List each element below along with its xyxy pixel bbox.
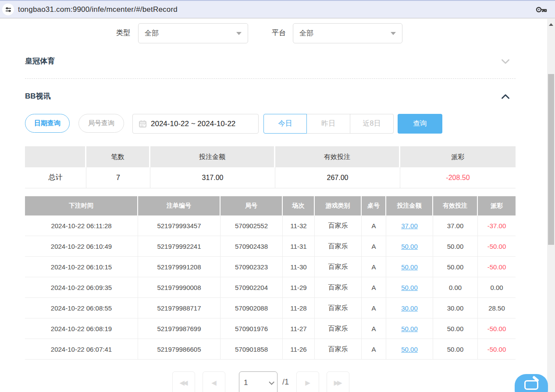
summary-table: 笔数 投注金额 有效投注 派彩 总计 7 317.00 267.00 -208.…: [25, 146, 516, 188]
site-settings-icon[interactable]: [2, 4, 14, 15]
summary-header-row: 笔数 投注金额 有效投注 派彩: [25, 146, 516, 167]
bet-amount-link[interactable]: 50.00: [401, 243, 418, 250]
page-select-value: 1: [244, 378, 248, 387]
bet-amount-link[interactable]: 50.00: [401, 346, 418, 353]
section-title-bb-video[interactable]: BB视讯: [25, 91, 51, 101]
bet-amount-link[interactable]: 50.00: [401, 284, 418, 291]
col-header-valid-bet: 有效投注: [433, 196, 478, 215]
table-row: 2024-10-22 06:08:55 521979988717 5709020…: [25, 298, 516, 318]
chevron-up-icon[interactable]: [500, 91, 511, 102]
first-page-button[interactable]: ◀◀: [172, 371, 195, 392]
chat-edit-icon: [524, 380, 538, 390]
pagination: ◀◀ ◀ 1 /1 ▶ ▶▶: [0, 371, 522, 392]
cell-game-type: 百家乐: [315, 236, 362, 257]
cell-bet-time: 2024-10-22 06:08:55: [25, 298, 138, 318]
cell-bet-time: 2024-10-22 06:10:15: [25, 257, 138, 277]
col-header-round-id: 局号: [221, 196, 283, 215]
cell-bet-id: 521979987699: [138, 318, 221, 339]
tune-icon: [5, 6, 12, 13]
cell-table-no: A: [362, 215, 386, 236]
section-divider: [25, 78, 516, 79]
table-row: 2024-10-22 06:10:49 521979992241 5709024…: [25, 236, 516, 257]
cell-round-id: 570901976: [221, 318, 283, 339]
next-page-button[interactable]: ▶: [296, 371, 319, 392]
cell-game-type: 百家乐: [315, 277, 362, 298]
platform-filter-value: 全部: [299, 29, 313, 38]
cell-bet-time: 2024-10-22 06:11:28: [25, 215, 138, 236]
cell-valid-bet: 37.00: [433, 215, 478, 236]
chevron-down-icon[interactable]: [500, 56, 511, 67]
cell-bet-time: 2024-10-22 06:08:19: [25, 318, 138, 339]
platform-filter-select[interactable]: 全部: [293, 23, 402, 43]
search-button[interactable]: 查询: [398, 114, 442, 134]
table-row: 2024-10-22 06:08:19 521979987699 5709019…: [25, 318, 516, 339]
date-query-tab[interactable]: 日期查询: [25, 114, 70, 133]
cell-round-id: 570902088: [221, 298, 283, 318]
cell-session: 11-28: [283, 298, 315, 318]
table-header-row: 下注时间 注单编号 局号 场次 游戏类别 桌号 投注金额 有效投注 派彩: [25, 196, 516, 215]
col-header-session: 场次: [283, 196, 315, 215]
cell-bet-time: 2024-10-22 06:07:41: [25, 339, 138, 360]
cell-bet-id: 521979986605: [138, 339, 221, 360]
yesterday-button[interactable]: 昨日: [307, 114, 350, 134]
page-scrollbar[interactable]: [547, 19, 555, 392]
url-text[interactable]: tongbao31.com:9900/infe/mcenter/#/betRec…: [18, 5, 178, 14]
cell-session: 11-29: [283, 277, 315, 298]
prev-page-button[interactable]: ◀: [203, 371, 225, 392]
col-header-bet-time: 下注时间: [25, 196, 138, 215]
section-title-crown-sports[interactable]: 皇冠体育: [25, 56, 55, 66]
col-header-bet-id: 注单编号: [138, 196, 221, 215]
col-header-payout: 派彩: [478, 196, 516, 215]
col-header-table-no: 桌号: [362, 196, 386, 215]
table-row: 2024-10-22 06:11:28 521979993457 5709025…: [25, 215, 516, 236]
cell-session: 11-31: [283, 236, 315, 257]
cell-round-id: 570902204: [221, 277, 283, 298]
col-header-bet-amount: 投注金额: [386, 196, 433, 215]
bet-amount-link[interactable]: 50.00: [401, 325, 418, 332]
cell-bet-id: 521979992241: [138, 236, 221, 257]
cell-game-type: 百家乐: [315, 215, 362, 236]
cell-bet-time: 2024-10-22 06:09:35: [25, 277, 138, 298]
bet-record-page: 类型 全部 平台 全部 皇冠体育 BB视讯 日期查询 局号查询 2024-10-…: [0, 19, 547, 392]
calendar-icon: [139, 120, 146, 127]
cell-round-id: 570902323: [221, 257, 283, 277]
cell-valid-bet: 30.00: [433, 298, 478, 318]
page-select[interactable]: 1: [239, 371, 278, 392]
type-filter-select[interactable]: 全部: [138, 23, 248, 43]
password-key-icon[interactable]: [536, 6, 547, 13]
summary-header-valid-bet: 有效投注: [275, 146, 400, 167]
bet-amount-link[interactable]: 50.00: [401, 263, 418, 271]
cell-valid-bet: 50.00: [433, 339, 478, 360]
summary-header-blank: [25, 146, 86, 167]
cell-table-no: A: [362, 298, 386, 318]
cell-valid-bet: 50.00: [433, 318, 478, 339]
bet-amount-link[interactable]: 37.00: [401, 222, 418, 230]
cell-bet-id: 521979991208: [138, 257, 221, 277]
scrollbar-thumb[interactable]: [548, 74, 554, 245]
cell-game-type: 百家乐: [315, 339, 362, 360]
cell-round-id: 570902438: [221, 236, 283, 257]
cell-payout: -37.00: [478, 215, 516, 236]
scrollbar-up-arrow[interactable]: [549, 23, 553, 26]
table-row: 2024-10-22 06:10:15 521979991208 5709023…: [25, 257, 516, 277]
customer-service-button[interactable]: [515, 374, 548, 392]
type-filter-value: 全部: [145, 29, 159, 38]
select-chevron-icon: [269, 379, 274, 385]
summary-valid-bet-value: 267.00: [275, 167, 400, 188]
bet-amount-link[interactable]: 30.00: [401, 304, 418, 312]
quick-date-button-group: 今日 昨日 近8日: [263, 114, 394, 134]
col-header-game-type: 游戏类别: [315, 196, 362, 215]
dropdown-caret-icon: [236, 32, 242, 35]
round-query-tab[interactable]: 局号查询: [78, 114, 124, 133]
cell-table-no: A: [362, 277, 386, 298]
bet-record-table: 下注时间 注单编号 局号 场次 游戏类别 桌号 投注金额 有效投注 派彩 202…: [25, 196, 516, 360]
cell-game-type: 百家乐: [315, 318, 362, 339]
today-button[interactable]: 今日: [263, 114, 307, 134]
cell-payout: 0.00: [478, 277, 516, 298]
summary-header-count: 笔数: [86, 146, 150, 167]
last-page-button[interactable]: ▶▶: [327, 371, 349, 392]
last-8-days-button[interactable]: 近8日: [350, 114, 394, 134]
cell-game-type: 百家乐: [315, 257, 362, 277]
cell-payout: -50.00: [478, 318, 516, 339]
date-range-input[interactable]: 2024-10-22 ~ 2024-10-22: [132, 114, 259, 134]
